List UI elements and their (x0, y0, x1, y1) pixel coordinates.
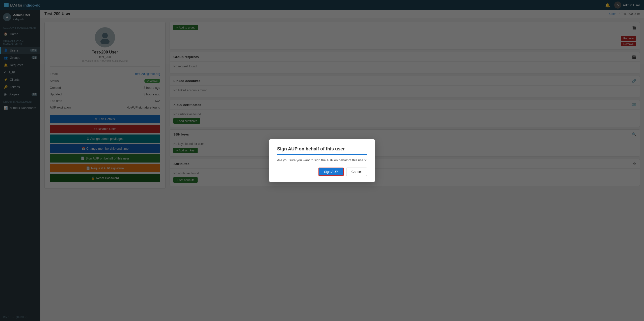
modal-title: Sign AUP on behalf of this user (277, 146, 367, 155)
modal-cancel-button[interactable]: Cancel (346, 168, 367, 176)
modal-overlay: Sign AUP on behalf of this user Are you … (0, 0, 644, 321)
modal-body: Are you sure you want to sign the AUP on… (277, 158, 367, 162)
modal-sign-aup-button[interactable]: Sign AUP (318, 168, 344, 176)
modal-actions: Sign AUP Cancel (277, 168, 367, 176)
modal-box: Sign AUP on behalf of this user Are you … (269, 139, 375, 182)
